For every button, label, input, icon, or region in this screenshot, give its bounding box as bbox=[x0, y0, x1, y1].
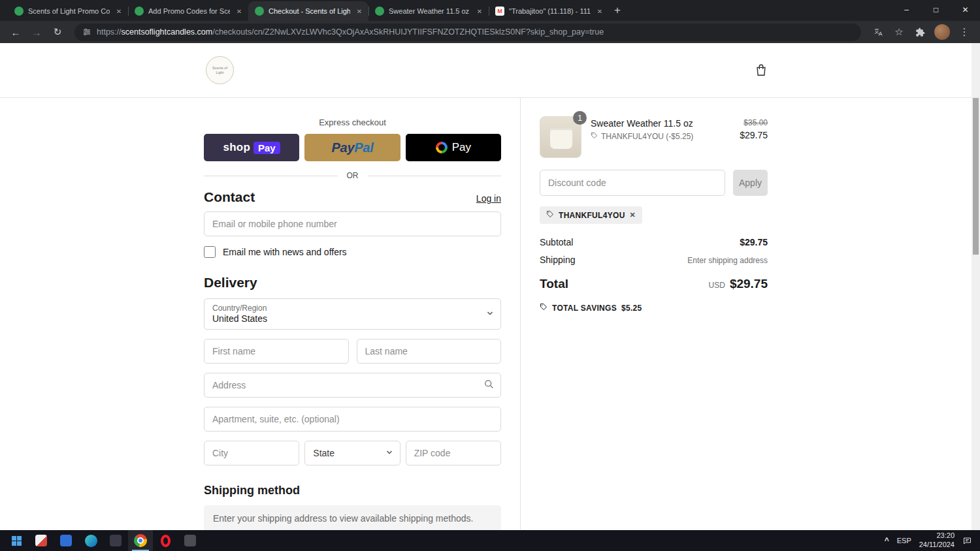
browser-tab-product[interactable]: Sweater Weather 11.5 oz – Scen ✕ bbox=[368, 1, 489, 21]
google-pay-button[interactable]: Pay bbox=[406, 134, 501, 161]
tab-close-icon[interactable]: ✕ bbox=[114, 8, 123, 15]
new-tab-button[interactable]: + bbox=[609, 4, 627, 21]
express-payment-buttons: shop Pay PayPal Pay bbox=[204, 134, 501, 161]
first-name-field[interactable] bbox=[204, 339, 349, 364]
browser-tab-promo-codes[interactable]: Scents of Light Promo Codes & ✕ bbox=[8, 1, 128, 21]
total-savings-row: TOTAL SAVINGS $5.25 bbox=[540, 303, 768, 313]
window-controls: – □ ✕ bbox=[892, 0, 980, 20]
system-tray: ^ ESP 23:20 24/11/2024 bbox=[885, 530, 980, 551]
city-state-zip-row: State bbox=[204, 441, 501, 465]
window-maximize-button[interactable]: □ bbox=[921, 0, 951, 20]
or-label: OR bbox=[347, 171, 359, 180]
browser-menu-icon[interactable]: ⋮ bbox=[955, 23, 973, 41]
applied-discount-chip: THANKFUL4YOU ✕ bbox=[540, 206, 642, 224]
discount-line-text: THANKFUL4YOU (-$5.25) bbox=[601, 132, 693, 141]
profile-avatar[interactable] bbox=[934, 24, 950, 40]
shop-pay-chip: Pay bbox=[253, 142, 280, 154]
bookmark-star-icon[interactable]: ☆ bbox=[890, 23, 908, 41]
tab-close-icon[interactable]: ✕ bbox=[475, 8, 484, 15]
opera-icon[interactable] bbox=[153, 530, 178, 551]
remove-discount-icon[interactable]: ✕ bbox=[630, 211, 636, 219]
search-icon bbox=[483, 379, 494, 392]
last-name-field[interactable] bbox=[357, 339, 502, 364]
window-close-button[interactable]: ✕ bbox=[951, 0, 980, 20]
edge-icon[interactable] bbox=[78, 530, 103, 551]
email-field[interactable] bbox=[204, 212, 501, 236]
back-button[interactable]: ← bbox=[7, 23, 25, 41]
page-scrollbar[interactable] bbox=[972, 43, 980, 530]
scrollbar-thumb[interactable] bbox=[973, 98, 979, 255]
country-select[interactable]: Country/Region United States bbox=[204, 298, 501, 330]
delivery-heading: Delivery bbox=[204, 275, 501, 291]
browser-tab-add-promo[interactable]: Add Promo Codes for Scents o ✕ bbox=[128, 1, 248, 21]
tab-title: Checkout - Scents of Light bbox=[269, 7, 350, 15]
browser-tab-gmail[interactable]: M "Trabajitoo" (11.118) - 1111111 ✕ bbox=[489, 1, 609, 21]
city-field[interactable] bbox=[204, 441, 299, 465]
google-g-icon bbox=[436, 142, 448, 153]
state-select[interactable]: State bbox=[304, 441, 400, 465]
or-divider: OR bbox=[204, 171, 501, 180]
windows-taskbar: ^ ESP 23:20 24/11/2024 bbox=[0, 530, 980, 551]
browser-tab-checkout[interactable]: Checkout - Scents of Light ✕ bbox=[248, 1, 368, 21]
candle-image bbox=[550, 128, 572, 149]
product-prices: $35.00 $29.75 bbox=[740, 116, 768, 140]
tab-close-icon[interactable]: ✕ bbox=[355, 8, 364, 15]
taskbar-app-icon-1[interactable] bbox=[29, 530, 54, 551]
shop-pay-button[interactable]: shop Pay bbox=[204, 134, 299, 161]
translate-icon[interactable] bbox=[869, 23, 887, 41]
tab-title: "Trabajitoo" (11.118) - 1111111 bbox=[509, 7, 591, 15]
total-label: Total bbox=[540, 277, 568, 291]
window-minimize-button[interactable]: – bbox=[892, 0, 921, 20]
paypal-logo: Pal bbox=[354, 140, 373, 155]
newsletter-checkbox[interactable] bbox=[204, 246, 216, 258]
express-checkout-label: Express checkout bbox=[204, 118, 501, 127]
tab-close-icon[interactable]: ✕ bbox=[235, 8, 244, 15]
apply-button[interactable]: Apply bbox=[733, 170, 768, 196]
taskbar-app-icon-2[interactable] bbox=[54, 530, 78, 551]
savings-value: $5.25 bbox=[621, 304, 642, 313]
cart-icon[interactable] bbox=[754, 63, 770, 78]
chevron-down-icon bbox=[385, 448, 393, 458]
tray-expand-icon[interactable]: ^ bbox=[885, 536, 889, 545]
applied-code-label: THANKFUL4YOU bbox=[559, 211, 625, 220]
site-favicon-icon bbox=[14, 7, 24, 16]
discount-code-row: Apply bbox=[540, 170, 768, 196]
taskbar-app-icon-3[interactable] bbox=[103, 530, 128, 551]
currency-code: USD bbox=[709, 281, 725, 290]
tab-title: Scents of Light Promo Codes & bbox=[28, 7, 110, 15]
tab-close-icon[interactable]: ✕ bbox=[595, 8, 604, 15]
cart-line-item: 1 Sweater Weather 11.5 oz THANKFUL4YOU (… bbox=[540, 116, 768, 158]
language-indicator[interactable]: ESP bbox=[897, 537, 911, 544]
original-price: $35.00 bbox=[740, 118, 768, 127]
gpay-label: Pay bbox=[452, 141, 471, 154]
paypal-button[interactable]: PayPal bbox=[304, 134, 400, 161]
taskbar-app-icon-4[interactable] bbox=[178, 530, 203, 551]
tag-icon bbox=[540, 303, 547, 313]
state-value: State bbox=[313, 448, 335, 458]
url-scheme: https:// bbox=[97, 27, 122, 37]
start-button[interactable] bbox=[4, 530, 29, 551]
url-text: https://scentsoflightcandles.com/checkou… bbox=[97, 27, 604, 37]
store-logo[interactable]: Scents of Light bbox=[206, 56, 234, 84]
name-fields-row bbox=[204, 339, 501, 364]
newsletter-checkbox-row: Email me with news and offers bbox=[204, 246, 501, 258]
discount-code-input[interactable] bbox=[540, 170, 725, 196]
tab-title: Sweater Weather 11.5 oz – Scen bbox=[389, 7, 470, 15]
shop-pay-logo: shop bbox=[223, 141, 250, 154]
reload-button[interactable]: ↻ bbox=[48, 23, 67, 41]
zip-field[interactable] bbox=[406, 441, 501, 465]
site-info-icon[interactable] bbox=[82, 27, 91, 37]
paypal-logo: Pay bbox=[332, 140, 355, 155]
notifications-icon[interactable] bbox=[962, 536, 972, 546]
shipping-method-notice: Enter your shipping address to view avai… bbox=[204, 505, 501, 530]
forward-button[interactable]: → bbox=[27, 23, 46, 41]
extensions-puzzle-icon[interactable] bbox=[911, 23, 929, 41]
url-domain: scentsoflightcandles.com bbox=[122, 27, 213, 37]
address-field[interactable] bbox=[204, 373, 501, 398]
system-clock[interactable]: 23:20 24/11/2024 bbox=[919, 531, 955, 550]
address-bar[interactable]: https://scentsoflightcandles.com/checkou… bbox=[74, 24, 861, 41]
apartment-field[interactable] bbox=[204, 407, 501, 432]
product-discount-line: THANKFUL4YOU (-$5.25) bbox=[591, 132, 733, 141]
chrome-icon[interactable] bbox=[128, 530, 153, 551]
login-link[interactable]: Log in bbox=[476, 193, 501, 204]
